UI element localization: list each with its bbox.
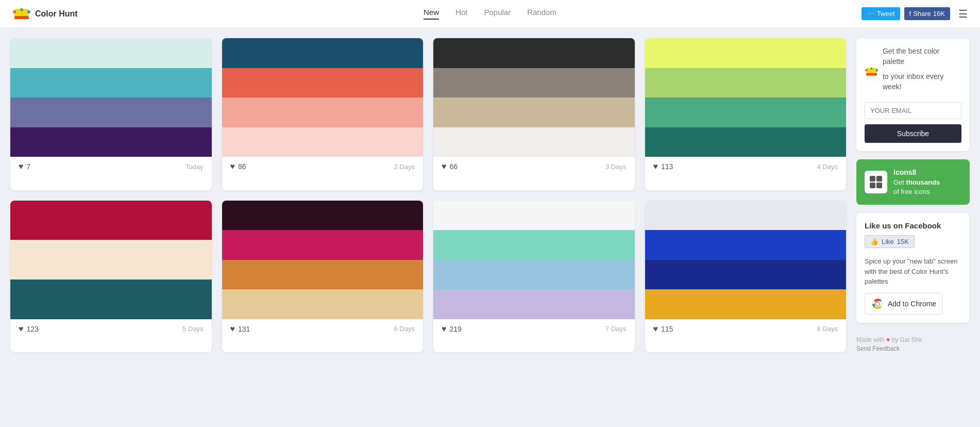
icons8-brand: Icons8: [893, 168, 940, 178]
svg-point-2: [13, 10, 16, 13]
palette-footer: ♥862 Days: [222, 157, 424, 176]
svg-point-4: [27, 10, 30, 13]
like-section[interactable]: ♥7: [19, 162, 30, 171]
like-section[interactable]: ♥131: [230, 324, 250, 334]
color-swatch: [10, 68, 212, 98]
svg-point-3: [20, 8, 23, 11]
color-swatch: [10, 127, 212, 157]
header: Color Hunt New Hot Popular Random 🐦 Twee…: [0, 0, 980, 28]
header-right: 🐦 Tweet f Share 16K ☰: [861, 7, 968, 20]
main-nav: New Hot Popular Random: [424, 8, 556, 20]
heart-icon[interactable]: ♥: [653, 324, 658, 334]
palette-card[interactable]: ♥2197 Days: [433, 201, 635, 353]
like-section[interactable]: ♥219: [442, 324, 462, 334]
heart-icon[interactable]: ♥: [19, 324, 24, 334]
color-swatch: [10, 201, 212, 240]
color-swatch: [433, 230, 635, 260]
chrome-label: Add to Chrome: [888, 300, 936, 308]
color-swatch: [645, 68, 847, 98]
heart-icon[interactable]: ♥: [442, 324, 447, 334]
color-swatch: [645, 38, 847, 68]
facebook-button[interactable]: f Share 16K: [904, 7, 950, 20]
palette-colors: [645, 38, 847, 157]
palette-card[interactable]: ♥1134 Days: [645, 38, 847, 190]
nav-random[interactable]: Random: [527, 8, 556, 20]
heart-icon[interactable]: ♥: [653, 162, 658, 171]
palette-footer: ♥1235 Days: [10, 319, 212, 339]
color-swatch: [10, 97, 212, 127]
like-section[interactable]: ♥123: [19, 324, 39, 334]
palette-colors: [433, 201, 635, 319]
icons8-desc: Get thousands of free icons: [893, 178, 940, 196]
svg-rect-13: [870, 183, 875, 188]
palette-card[interactable]: ♥862 Days: [222, 38, 424, 190]
svg-point-8: [870, 68, 872, 70]
svg-rect-10: [866, 73, 877, 75]
twitter-label: Tweet: [877, 10, 895, 18]
heart-icon: ♥: [886, 336, 891, 343]
heart-icon[interactable]: ♥: [442, 162, 447, 171]
color-swatch: [433, 201, 635, 231]
color-swatch: [645, 127, 847, 157]
like-label: Like: [882, 238, 894, 245]
like-count: 115: [661, 325, 673, 333]
menu-icon[interactable]: ☰: [958, 8, 968, 20]
color-swatch: [433, 38, 635, 68]
nav-hot[interactable]: Hot: [455, 8, 467, 20]
heart-icon[interactable]: ♥: [19, 162, 24, 171]
palette-colors: [645, 201, 847, 319]
like-count: 113: [661, 162, 673, 171]
heart-icon[interactable]: ♥: [230, 324, 235, 334]
email-input[interactable]: [865, 102, 961, 119]
svg-rect-14: [876, 183, 882, 188]
palette-footer: ♥1134 Days: [645, 157, 847, 176]
like-section[interactable]: ♥66: [442, 162, 458, 171]
color-swatch: [433, 127, 635, 157]
color-swatch: [10, 280, 212, 319]
palette-card[interactable]: ♥663 Days: [433, 38, 635, 190]
nav-popular[interactable]: Popular: [484, 8, 511, 20]
palette-card[interactable]: ♥1316 Days: [222, 201, 424, 353]
icons8-logo: [865, 171, 887, 193]
palette-footer: ♥2197 Days: [433, 319, 635, 339]
chrome-section: Spice up your "new tab" screen with the …: [865, 256, 961, 315]
palette-card[interactable]: ♥7Today: [10, 38, 212, 190]
email-title-text: Get the best color palette to your inbox…: [883, 46, 961, 97]
logo-text: Color Hunt: [35, 9, 78, 19]
color-swatch: [433, 97, 635, 127]
palette-footer: ♥7Today: [10, 157, 212, 176]
svg-rect-5: [14, 16, 29, 19]
palette-card[interactable]: ♥1158 Days: [645, 201, 847, 353]
palette-footer: ♥663 Days: [433, 157, 635, 176]
heart-icon[interactable]: ♥: [230, 162, 235, 171]
facebook-icon: f: [909, 10, 911, 18]
like-section[interactable]: ♥115: [653, 324, 673, 334]
icons8-card[interactable]: Icons8 Get thousands of free icons: [856, 159, 970, 205]
date-label: 4 Days: [817, 163, 838, 171]
sidebar: Get the best color palette to your inbox…: [856, 38, 970, 352]
like-section[interactable]: ♥86: [230, 162, 246, 171]
facebook-like-button[interactable]: 👍 Like 15K: [865, 235, 915, 248]
palette-colors: [222, 38, 424, 157]
nav-new[interactable]: New: [424, 8, 439, 20]
main-content: ♥7Today♥862 Days♥663 Days♥1134 Days♥1235…: [0, 28, 980, 363]
color-swatch: [222, 127, 424, 157]
palette-colors: [222, 201, 424, 319]
logo-area: Color Hunt: [12, 5, 78, 23]
logo-icon: [12, 5, 31, 23]
palette-footer: ♥1316 Days: [222, 319, 424, 339]
twitter-button[interactable]: 🐦 Tweet: [861, 7, 900, 20]
footer: Made with ♥ by Gal Shir Send Feedback: [856, 331, 970, 352]
subscribe-button[interactable]: Subscribe: [865, 124, 961, 143]
like-count: 131: [238, 325, 250, 333]
add-to-chrome-button[interactable]: Add to Chrome: [865, 293, 943, 315]
date-label: 5 Days: [182, 325, 203, 333]
palette-card[interactable]: ♥1235 Days: [10, 201, 212, 353]
like-section[interactable]: ♥113: [653, 162, 673, 171]
color-swatch: [645, 260, 847, 290]
color-swatch: [222, 289, 424, 319]
color-swatch: [433, 260, 635, 290]
send-feedback-link[interactable]: Send Feedback: [856, 345, 970, 352]
palette-grid: ♥7Today♥862 Days♥663 Days♥1134 Days♥1235…: [10, 38, 846, 352]
date-label: 3 Days: [605, 163, 626, 171]
